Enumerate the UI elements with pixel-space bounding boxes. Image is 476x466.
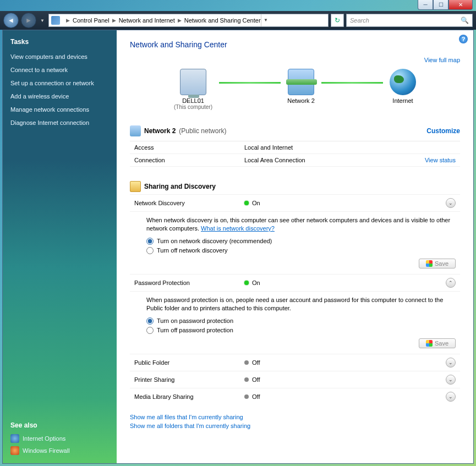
see-also-header: See also [10,421,109,429]
task-setup-connection[interactable]: Set up a connection or network [3,76,117,90]
view-full-map-link[interactable]: View full map [424,57,460,63]
status-dot-on-icon [244,201,249,205]
radio-input[interactable] [146,247,154,254]
discovery-row-public-folder: Public Folder Off ⌄ [130,354,460,371]
window-controls: ─ ☐ ✕ [418,0,473,10]
minimize-button[interactable]: ─ [418,0,433,10]
content-area: Tasks View computers and devices Connect… [2,30,474,464]
customize-link[interactable]: Customize [426,127,460,135]
sidebar: Tasks View computers and devices Connect… [3,30,117,463]
breadcrumb-seg[interactable]: Control Panel [73,17,110,24]
nav-history-dropdown[interactable]: ▼ [39,13,46,28]
titlebar: ─ ☐ ✕ [0,0,476,11]
expand-button[interactable]: ⌄ [446,392,456,402]
info-row-connection: Connection Local Area Connection View st… [130,154,460,167]
info-value: Local and Internet [244,144,456,151]
chevron-right-icon: ▶ [112,18,116,23]
status-dot-off-icon [244,394,249,399]
task-manage-connections[interactable]: Manage network connections [3,103,117,116]
computer-icon [180,69,206,95]
task-view-computers[interactable]: View computers and devices [3,50,117,63]
what-is-discovery-link[interactable]: What is network discovery? [201,225,275,232]
address-dropdown[interactable]: ▼ [261,14,271,26]
view-status-link[interactable]: View status [425,157,456,163]
info-value: Local Area Connection [244,157,425,163]
firewall-icon [10,446,19,455]
network-name: Network 2 [144,127,176,135]
task-connect-network[interactable]: Connect to a network [3,63,117,76]
shield-icon [426,340,433,347]
see-also-section: See also Internet Options Windows Firewa… [3,416,117,463]
status-dot-on-icon [244,281,249,285]
discovery-label: Password Protection [134,279,244,286]
network-section-header: Network 2 (Public network) Customize [130,123,460,139]
task-diagnose[interactable]: Diagnose Internet connection [3,116,117,129]
toolbar: ◄ ► ▼ ▶ Control Panel ▶ Network and Inte… [0,11,476,30]
radio-input[interactable] [146,238,154,245]
node-label: DELL01 [174,97,212,104]
discovery-status: Off [244,359,446,366]
discovery-status: On [244,200,446,206]
breadcrumb-seg[interactable]: Network and Sharing Center [184,17,261,24]
radio-input[interactable] [146,327,154,334]
radio-input[interactable] [146,317,154,325]
show-shared-files-link[interactable]: Show me all files that I'm currently sha… [130,413,460,421]
save-button[interactable]: Save [419,259,456,268]
node-label: Network 2 [287,97,315,104]
collapse-button[interactable]: ⌄ [446,198,456,208]
radio-discovery-on[interactable]: Turn on network discovery (recommended) [146,237,456,246]
discovery-row-media-sharing: Media Library Sharing Off ⌄ [130,388,460,405]
back-button[interactable]: ◄ [3,13,19,28]
radio-password-on[interactable]: Turn on password protection [146,316,456,326]
tasks-header: Tasks [3,30,117,50]
node-this-computer[interactable]: DELL01 (This computer) [174,69,212,110]
discovery-label: Network Discovery [134,200,244,206]
connection-line [321,82,383,84]
shield-icon [426,260,433,267]
sharing-section-header: Sharing and Discovery [130,179,460,194]
expand-button[interactable]: ⌄ [446,375,456,385]
node-internet[interactable]: Internet [390,69,416,110]
password-description: When password protection is on, people n… [146,296,456,313]
search-input[interactable]: Search 🔍 [346,14,473,27]
collapse-button[interactable]: ⌃ [446,278,456,288]
discovery-row-printer-sharing: Printer Sharing Off ⌄ [130,371,460,388]
forward-button[interactable]: ► [21,13,36,28]
folder-icon [130,181,141,192]
see-also-label: Internet Options [23,435,65,442]
see-also-internet-options[interactable]: Internet Options [10,432,109,445]
network-type: (Public network) [179,127,226,135]
node-label: Internet [390,97,416,104]
discovery-status: Off [244,393,446,400]
status-dot-off-icon [244,377,249,382]
info-row-access: Access Local and Internet [130,141,460,154]
radio-password-off[interactable]: Turn off password protection [146,326,456,335]
node-network[interactable]: Network 2 [287,69,315,110]
maximize-button[interactable]: ☐ [433,0,448,10]
control-panel-icon [51,16,60,25]
radio-discovery-off[interactable]: Turn off network discovery [146,246,456,255]
breadcrumb-seg[interactable]: Network and Internet [119,17,175,24]
task-add-wireless[interactable]: Add a wireless device [3,90,117,103]
node-sublabel: (This computer) [174,104,212,110]
discovery-panel-network: When network discovery is on, this compu… [130,211,460,274]
show-shared-folders-link[interactable]: Show me all folders that I'm currently s… [130,421,460,430]
search-placeholder: Search [350,17,369,24]
discovery-description: When network discovery is on, this compu… [146,216,456,233]
network-icon [130,125,141,136]
window: ─ ☐ ✕ ◄ ► ▼ ▶ Control Panel ▶ Network an… [0,0,476,466]
expand-button[interactable]: ⌄ [446,358,456,368]
breadcrumb-bar[interactable]: ▶ Control Panel ▶ Network and Internet ▶… [48,14,329,27]
connection-line [219,82,281,84]
footer-links: Show me all files that I'm currently sha… [130,413,460,430]
refresh-button[interactable]: ↻ [331,14,344,27]
save-button[interactable]: Save [419,338,456,348]
help-icon[interactable]: ? [459,35,468,43]
chevron-right-icon: ▶ [66,18,70,23]
close-button[interactable]: ✕ [448,0,473,10]
see-also-firewall[interactable]: Windows Firewall [10,445,109,457]
discovery-row-network: Network Discovery On ⌄ [130,194,460,211]
info-key: Connection [134,157,244,163]
save-row: Save [146,335,456,349]
network-map: DELL01 (This computer) Network 2 Interne… [174,69,416,110]
